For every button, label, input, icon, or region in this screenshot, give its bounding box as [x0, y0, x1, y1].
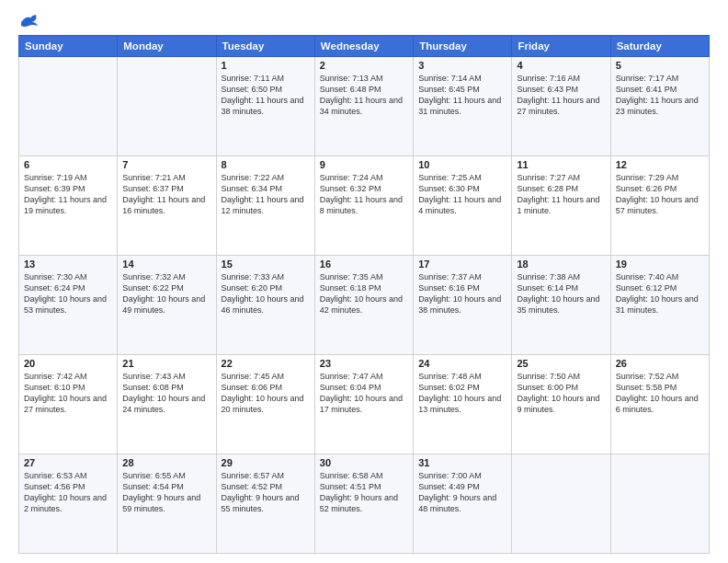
calendar-cell	[512, 454, 610, 554]
day-number: 9	[320, 159, 408, 170]
day-info: Sunrise: 7:25 AMSunset: 6:30 PMDaylight:…	[418, 173, 501, 215]
calendar-cell: 27Sunrise: 6:53 AMSunset: 4:56 PMDayligh…	[19, 454, 118, 554]
day-number: 20	[24, 358, 112, 369]
logo	[18, 17, 40, 26]
calendar-cell: 31Sunrise: 7:00 AMSunset: 4:49 PMDayligh…	[414, 454, 512, 554]
calendar-cell: 24Sunrise: 7:48 AMSunset: 6:02 PMDayligh…	[414, 355, 512, 454]
day-number: 4	[517, 60, 605, 71]
day-info: Sunrise: 7:16 AMSunset: 6:43 PMDaylight:…	[517, 74, 599, 116]
calendar-cell: 19Sunrise: 7:40 AMSunset: 6:12 PMDayligh…	[610, 256, 709, 355]
day-number: 10	[418, 159, 506, 170]
day-info: Sunrise: 7:27 AMSunset: 6:28 PMDaylight:…	[517, 173, 599, 215]
day-info: Sunrise: 7:38 AMSunset: 6:14 PMDaylight:…	[517, 272, 599, 315]
day-info: Sunrise: 7:22 AMSunset: 6:34 PMDaylight:…	[222, 173, 304, 215]
weekday-header-cell: Thursday	[414, 36, 512, 57]
header	[18, 17, 710, 26]
day-number: 18	[517, 259, 605, 270]
day-number: 27	[24, 457, 112, 468]
calendar-cell: 4Sunrise: 7:16 AMSunset: 6:43 PMDaylight…	[512, 57, 610, 156]
calendar-cell: 28Sunrise: 6:55 AMSunset: 4:54 PMDayligh…	[118, 454, 216, 554]
day-info: Sunrise: 7:40 AMSunset: 6:12 PMDaylight:…	[616, 272, 699, 315]
day-info: Sunrise: 7:32 AMSunset: 6:22 PMDaylight:…	[122, 272, 205, 315]
day-info: Sunrise: 7:33 AMSunset: 6:20 PMDaylight:…	[222, 272, 304, 315]
day-info: Sunrise: 7:42 AMSunset: 6:10 PMDaylight:…	[24, 372, 107, 414]
day-info: Sunrise: 7:19 AMSunset: 6:39 PMDaylight:…	[24, 173, 107, 215]
calendar-week-row: 1Sunrise: 7:11 AMSunset: 6:50 PMDaylight…	[19, 57, 710, 156]
calendar-week-row: 20Sunrise: 7:42 AMSunset: 6:10 PMDayligh…	[19, 355, 710, 454]
calendar-cell: 30Sunrise: 6:58 AMSunset: 4:51 PMDayligh…	[314, 454, 413, 554]
weekday-header-row: SundayMondayTuesdayWednesdayThursdayFrid…	[19, 36, 710, 57]
calendar-cell: 18Sunrise: 7:38 AMSunset: 6:14 PMDayligh…	[512, 256, 610, 355]
calendar-cell: 25Sunrise: 7:50 AMSunset: 6:00 PMDayligh…	[512, 355, 610, 454]
day-number: 6	[24, 159, 112, 170]
calendar-cell: 13Sunrise: 7:30 AMSunset: 6:24 PMDayligh…	[19, 256, 118, 355]
day-number: 13	[24, 259, 112, 270]
day-info: Sunrise: 6:55 AMSunset: 4:54 PMDaylight:…	[122, 471, 200, 513]
calendar-cell: 11Sunrise: 7:27 AMSunset: 6:28 PMDayligh…	[512, 156, 610, 256]
day-number: 31	[418, 457, 506, 468]
day-info: Sunrise: 7:21 AMSunset: 6:37 PMDaylight:…	[122, 173, 205, 215]
calendar-cell: 2Sunrise: 7:13 AMSunset: 6:48 PMDaylight…	[314, 57, 413, 156]
weekday-header-cell: Friday	[512, 36, 610, 57]
calendar-table: SundayMondayTuesdayWednesdayThursdayFrid…	[18, 35, 710, 554]
day-number: 23	[320, 358, 408, 369]
day-info: Sunrise: 6:58 AMSunset: 4:51 PMDaylight:…	[320, 471, 398, 513]
day-number: 12	[616, 159, 704, 170]
day-number: 2	[320, 60, 408, 71]
day-info: Sunrise: 7:47 AMSunset: 6:04 PMDaylight:…	[320, 372, 403, 414]
day-info: Sunrise: 7:13 AMSunset: 6:48 PMDaylight:…	[320, 74, 403, 116]
calendar-cell: 26Sunrise: 7:52 AMSunset: 5:58 PMDayligh…	[610, 355, 709, 454]
day-number: 15	[222, 259, 310, 270]
calendar-cell	[118, 57, 216, 156]
calendar-cell: 9Sunrise: 7:24 AMSunset: 6:32 PMDaylight…	[314, 156, 413, 256]
day-info: Sunrise: 7:14 AMSunset: 6:45 PMDaylight:…	[418, 74, 501, 116]
calendar-cell: 1Sunrise: 7:11 AMSunset: 6:50 PMDaylight…	[216, 57, 314, 156]
day-number: 11	[517, 159, 605, 170]
day-number: 29	[222, 457, 310, 468]
weekday-header-cell: Wednesday	[314, 36, 413, 57]
day-info: Sunrise: 7:11 AMSunset: 6:50 PMDaylight:…	[222, 74, 304, 116]
day-number: 3	[418, 60, 506, 71]
day-number: 22	[222, 358, 310, 369]
weekday-header-cell: Sunday	[19, 36, 118, 57]
day-number: 21	[122, 358, 210, 369]
day-info: Sunrise: 6:53 AMSunset: 4:56 PMDaylight:…	[24, 471, 107, 513]
day-info: Sunrise: 7:43 AMSunset: 6:08 PMDaylight:…	[122, 372, 205, 414]
day-number: 16	[320, 259, 408, 270]
calendar-cell: 8Sunrise: 7:22 AMSunset: 6:34 PMDaylight…	[216, 156, 314, 256]
day-info: Sunrise: 7:50 AMSunset: 6:00 PMDaylight:…	[517, 372, 599, 414]
day-info: Sunrise: 7:30 AMSunset: 6:24 PMDaylight:…	[24, 272, 107, 315]
weekday-header-cell: Saturday	[610, 36, 709, 57]
day-number: 19	[616, 259, 704, 270]
calendar-cell: 16Sunrise: 7:35 AMSunset: 6:18 PMDayligh…	[314, 256, 413, 355]
calendar-cell	[19, 57, 118, 156]
day-number: 1	[222, 60, 310, 71]
day-info: Sunrise: 7:52 AMSunset: 5:58 PMDaylight:…	[616, 372, 699, 414]
calendar-cell: 15Sunrise: 7:33 AMSunset: 6:20 PMDayligh…	[216, 256, 314, 355]
day-number: 25	[517, 358, 605, 369]
day-number: 8	[222, 159, 310, 170]
day-number: 17	[418, 259, 506, 270]
day-number: 5	[616, 60, 704, 71]
calendar-week-row: 27Sunrise: 6:53 AMSunset: 4:56 PMDayligh…	[19, 454, 710, 554]
day-info: Sunrise: 7:37 AMSunset: 6:16 PMDaylight:…	[418, 272, 501, 315]
weekday-header-cell: Tuesday	[216, 36, 314, 57]
calendar-cell	[610, 454, 709, 554]
day-number: 24	[418, 358, 506, 369]
calendar-cell: 3Sunrise: 7:14 AMSunset: 6:45 PMDaylight…	[414, 57, 512, 156]
calendar-cell: 14Sunrise: 7:32 AMSunset: 6:22 PMDayligh…	[118, 256, 216, 355]
calendar-cell: 23Sunrise: 7:47 AMSunset: 6:04 PMDayligh…	[314, 355, 413, 454]
logo-bird-icon	[19, 13, 40, 29]
calendar-page: SundayMondayTuesdayWednesdayThursdayFrid…	[0, 0, 728, 563]
day-info: Sunrise: 6:57 AMSunset: 4:52 PMDaylight:…	[222, 471, 300, 513]
day-info: Sunrise: 7:35 AMSunset: 6:18 PMDaylight:…	[320, 272, 403, 315]
day-info: Sunrise: 7:48 AMSunset: 6:02 PMDaylight:…	[418, 372, 501, 414]
calendar-body: 1Sunrise: 7:11 AMSunset: 6:50 PMDaylight…	[19, 57, 710, 554]
calendar-cell: 17Sunrise: 7:37 AMSunset: 6:16 PMDayligh…	[414, 256, 512, 355]
calendar-week-row: 6Sunrise: 7:19 AMSunset: 6:39 PMDaylight…	[19, 156, 710, 256]
day-number: 30	[320, 457, 408, 468]
day-number: 14	[122, 259, 210, 270]
weekday-header-cell: Monday	[118, 36, 216, 57]
calendar-cell: 29Sunrise: 6:57 AMSunset: 4:52 PMDayligh…	[216, 454, 314, 554]
calendar-cell: 10Sunrise: 7:25 AMSunset: 6:30 PMDayligh…	[414, 156, 512, 256]
